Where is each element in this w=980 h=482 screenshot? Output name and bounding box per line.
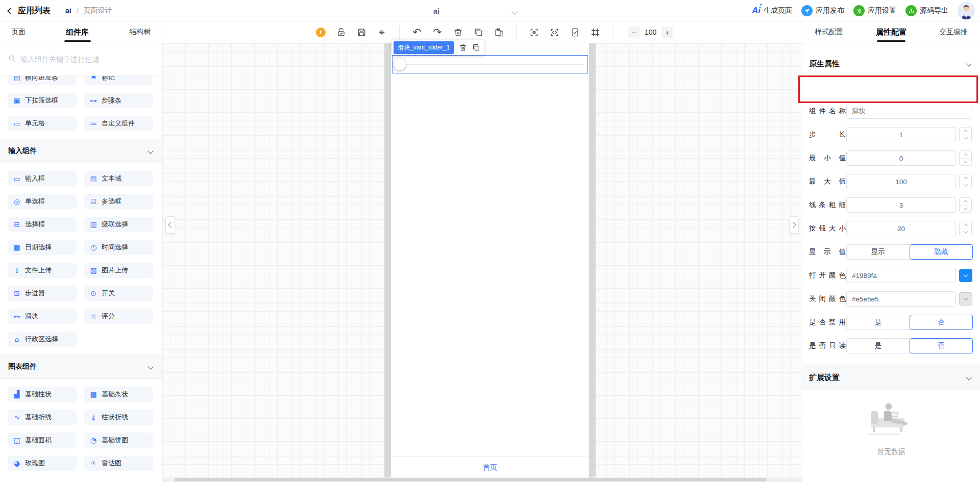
component-item-stepper[interactable]: ⊡步进器 bbox=[8, 286, 77, 301]
step-input[interactable] bbox=[846, 127, 956, 142]
tab-interaction-config[interactable]: 交互编排 bbox=[939, 21, 968, 43]
disabled-no-button[interactable]: 否 bbox=[910, 315, 973, 330]
redo-icon[interactable]: ↷ bbox=[432, 27, 443, 37]
component-item-district[interactable]: ⌂行政区选择 bbox=[8, 332, 77, 347]
collapse-right-panel-button[interactable] bbox=[789, 216, 799, 234]
component-item-file-upload[interactable]: ⇧文件上传 bbox=[8, 263, 77, 278]
target-icon[interactable]: ⌖ bbox=[377, 27, 387, 37]
close-color-input[interactable] bbox=[846, 291, 956, 307]
component-item-cell[interactable]: ▭单元格 bbox=[8, 116, 77, 131]
component-item-line-chart[interactable]: ∿基础折线 bbox=[8, 410, 77, 425]
component-item-rose-chart[interactable]: ◕玫瑰图 bbox=[8, 455, 77, 471]
min-value-input[interactable] bbox=[846, 150, 956, 166]
component-item-steps[interactable]: ⊶步骤条 bbox=[84, 93, 153, 108]
app-settings-button[interactable]: 应用设置 bbox=[853, 5, 896, 16]
component-item-radar-chart[interactable]: ⍟雷达图 bbox=[84, 455, 153, 471]
tab-structure-tree[interactable]: 结构树 bbox=[129, 21, 151, 43]
component-item-date-picker[interactable]: ▦日期选择 bbox=[8, 240, 77, 255]
component-item-flag[interactable]: ⚑标记 bbox=[84, 76, 153, 85]
paste-icon[interactable] bbox=[494, 27, 504, 37]
step-down-icon[interactable] bbox=[960, 182, 971, 189]
close-color-swatch[interactable] bbox=[959, 292, 972, 306]
step-up-icon[interactable] bbox=[960, 174, 971, 182]
source-export-button[interactable]: 源码导出 bbox=[905, 5, 948, 16]
zoom-in-button[interactable]: + bbox=[662, 27, 673, 38]
back-to-app-list[interactable]: 应用列表 bbox=[18, 6, 51, 16]
component-item-radio[interactable]: ◎单选框 bbox=[8, 194, 77, 209]
component-item-custom-component[interactable]: ≔自定义组件 bbox=[84, 116, 153, 131]
component-item-dropdown-filter[interactable]: ▣下拉筛选框 bbox=[8, 93, 77, 108]
component-item-input-box[interactable]: ▭输入框 bbox=[8, 171, 77, 186]
step-down-icon[interactable] bbox=[960, 205, 971, 213]
component-item-switch[interactable]: ⊙开关 bbox=[84, 286, 153, 301]
component-item-rate[interactable]: ☆评分 bbox=[84, 309, 153, 324]
line-width-input[interactable] bbox=[846, 197, 956, 213]
component-item-slider[interactable]: ⊷滑块 bbox=[8, 309, 77, 324]
tab-props-config[interactable]: 属性配置 bbox=[876, 21, 906, 43]
component-item-image-upload[interactable]: ▧图片上传 bbox=[84, 263, 153, 278]
step-down-icon[interactable] bbox=[960, 229, 971, 236]
undo-icon[interactable]: ↶ bbox=[412, 27, 422, 37]
component-name-input[interactable] bbox=[846, 104, 971, 119]
horizontal-scrollbar[interactable] bbox=[162, 477, 802, 482]
back-icon[interactable] bbox=[7, 8, 14, 14]
component-item-select[interactable]: ⊟选择框 bbox=[8, 217, 77, 232]
chevron-down-icon[interactable] bbox=[511, 8, 518, 15]
disabled-yes-button[interactable]: 是 bbox=[846, 315, 910, 330]
save-icon[interactable] bbox=[356, 27, 366, 37]
open-color-swatch[interactable] bbox=[959, 269, 972, 282]
copy-component-icon[interactable] bbox=[472, 43, 480, 52]
breadcrumb-app[interactable]: ai bbox=[65, 7, 71, 15]
component-item-time-picker[interactable]: ◷时间选择 bbox=[84, 240, 153, 255]
component-item-hbar-chart[interactable]: ▤基础条状 bbox=[84, 387, 153, 402]
component-item-pie-chart[interactable]: ◔基础饼图 bbox=[84, 433, 153, 448]
scrollbar-thumb[interactable] bbox=[175, 478, 767, 481]
component-item-bar-chart[interactable]: ▟基础柱状 bbox=[8, 387, 77, 402]
step-up-icon[interactable] bbox=[960, 128, 971, 135]
code-view-icon[interactable] bbox=[549, 27, 559, 37]
component-search-input[interactable] bbox=[20, 55, 154, 63]
step-up-icon[interactable] bbox=[960, 221, 971, 229]
page-check-icon[interactable] bbox=[570, 27, 580, 37]
collapse-left-panel-button[interactable] bbox=[165, 216, 175, 234]
component-item-area-chart[interactable]: ◱基础面积 bbox=[8, 433, 77, 448]
slider-handle[interactable] bbox=[394, 58, 406, 70]
extend-settings-section-header[interactable]: 扩展设置 bbox=[802, 365, 980, 390]
user-avatar[interactable] bbox=[958, 2, 975, 19]
component-item-bar-line-chart[interactable]: ⍋柱状折线 bbox=[84, 410, 153, 425]
step-up-icon[interactable] bbox=[960, 198, 971, 205]
selected-slider-component[interactable] bbox=[392, 55, 588, 73]
button-size-input[interactable] bbox=[846, 221, 956, 236]
readonly-yes-button[interactable]: 是 bbox=[846, 338, 910, 353]
generate-page-button[interactable]: Ai 生成页面 bbox=[752, 6, 792, 16]
section-chart-components[interactable]: 图表组件 bbox=[0, 354, 162, 379]
delete-icon[interactable] bbox=[453, 27, 463, 37]
slider-track[interactable] bbox=[399, 64, 584, 65]
section-input-components[interactable]: 输入组件 bbox=[0, 139, 162, 163]
frame-icon[interactable] bbox=[590, 27, 600, 37]
phone-preview[interactable]: 首页 bbox=[391, 43, 589, 477]
unlock-icon[interactable] bbox=[336, 27, 346, 37]
app-publish-button[interactable]: 应用发布 bbox=[801, 5, 844, 16]
max-value-input[interactable] bbox=[846, 174, 956, 189]
delete-component-icon[interactable] bbox=[458, 43, 467, 52]
native-props-section-header[interactable]: 原生属性 bbox=[802, 54, 980, 74]
page-select[interactable]: ai bbox=[408, 0, 464, 21]
duplicate-icon[interactable] bbox=[473, 27, 483, 37]
info-icon[interactable]: i bbox=[315, 27, 326, 37]
readonly-no-button[interactable]: 否 bbox=[910, 338, 973, 353]
component-item-progress-bar[interactable]: ▤横向进度条 bbox=[8, 76, 77, 85]
component-item-checkbox[interactable]: ☑多选框 bbox=[84, 194, 153, 209]
preview-icon[interactable] bbox=[529, 27, 539, 37]
step-down-icon[interactable] bbox=[960, 135, 971, 142]
open-color-input[interactable] bbox=[846, 268, 956, 283]
home-page-tab[interactable]: 首页 bbox=[391, 463, 589, 472]
zoom-out-button[interactable]: − bbox=[628, 27, 640, 38]
hide-option-button[interactable]: 隐藏 bbox=[910, 244, 973, 260]
step-down-icon[interactable] bbox=[960, 158, 971, 166]
show-option-button[interactable]: 显示 bbox=[846, 244, 910, 260]
tab-style-config[interactable]: 样式配置 bbox=[815, 21, 843, 43]
component-item-cascader[interactable]: ▥级联选择 bbox=[84, 217, 153, 232]
component-item-textarea[interactable]: ▤文本域 bbox=[84, 171, 153, 186]
step-up-icon[interactable] bbox=[960, 151, 971, 158]
